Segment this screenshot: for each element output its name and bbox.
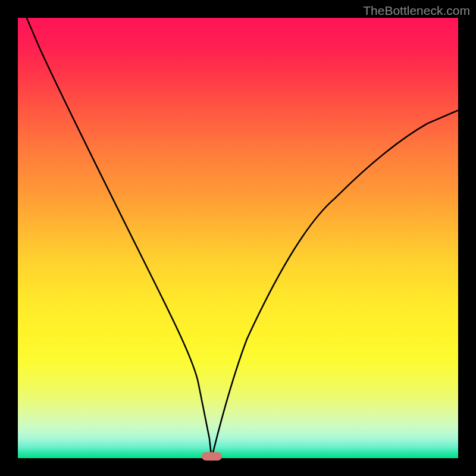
bottleneck-marker (202, 452, 222, 461)
curve-left-branch (27, 18, 212, 458)
curve-svg (18, 18, 458, 458)
plot-area (18, 18, 458, 458)
chart-container: TheBottleneck.com (0, 0, 476, 476)
curve-right-branch (212, 110, 458, 458)
watermark-text: TheBottleneck.com (363, 4, 470, 18)
